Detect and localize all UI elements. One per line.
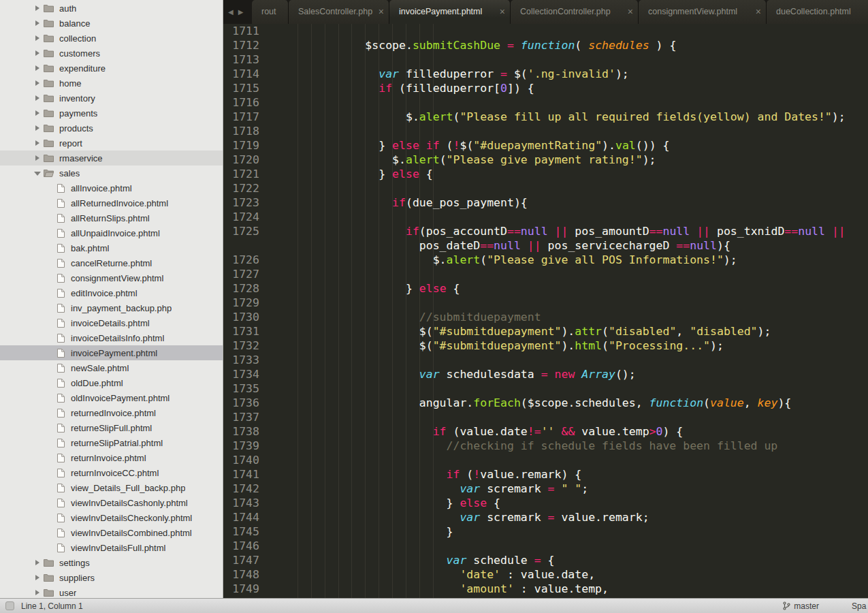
tree-folder-balance[interactable]: balance bbox=[0, 16, 223, 31]
chevron-right-icon[interactable] bbox=[33, 1, 44, 16]
code-editor[interactable]: 17111712 $scope.submitCashDue = function… bbox=[223, 24, 868, 598]
chevron-right-icon[interactable] bbox=[33, 31, 44, 46]
tree-file-newSale.phtml[interactable]: newSale.phtml bbox=[0, 360, 223, 375]
tab-dueCollection.phtml[interactable]: dueCollection.phtml× bbox=[767, 0, 868, 24]
item-label: allUnpaidInvoice.phtml bbox=[71, 228, 160, 238]
tree-file-viewInvDetailsCashonly.phtml[interactable]: viewInvDetailsCashonly.phtml bbox=[0, 495, 223, 510]
code-text: $scope.submitCashDue = function( schedul… bbox=[266, 38, 676, 52]
tree-file-allReturnedInvoice.phtml[interactable]: allReturnedInvoice.phtml bbox=[0, 195, 223, 210]
tree-folder-expenditure[interactable]: expenditure bbox=[0, 61, 223, 76]
tab-close-icon[interactable]: × bbox=[379, 0, 384, 24]
tree-file-viewInvDetailsCheckonly.phtml[interactable]: viewInvDetailsCheckonly.phtml bbox=[0, 510, 223, 525]
chevron-right-icon[interactable] bbox=[33, 555, 44, 570]
tree-file-returnInvoiceCC.phtml[interactable]: returnInvoiceCC.phtml bbox=[0, 465, 223, 480]
tree-file-invoiceDetailsInfo.phtml[interactable]: invoiceDetailsInfo.phtml bbox=[0, 330, 223, 345]
cursor-position[interactable]: Line 1, Column 1 bbox=[21, 601, 83, 611]
tree-file-allInvoice.phtml[interactable]: allInvoice.phtml bbox=[0, 180, 223, 195]
tab-CollectionController.php[interactable]: CollectionController.php× bbox=[511, 0, 639, 24]
tree-file-returnInvoice.phtml[interactable]: returnInvoice.phtml bbox=[0, 450, 223, 465]
chevron-right-icon[interactable] bbox=[33, 151, 44, 166]
tree-file-viewInvDetailsFull.phtml[interactable]: viewInvDetailsFull.phtml bbox=[0, 540, 223, 555]
tree-file-oldDue.phtml[interactable]: oldDue.phtml bbox=[0, 375, 223, 390]
chevron-right-icon[interactable] bbox=[33, 585, 44, 598]
tree-file-returnedInvoice.phtml[interactable]: returnedInvoice.phtml bbox=[0, 405, 223, 420]
tab-close-icon[interactable]: × bbox=[756, 0, 761, 24]
tree-folder-customers[interactable]: customers bbox=[0, 46, 223, 61]
tree-file-invoicePayment.phtml[interactable]: invoicePayment.phtml bbox=[0, 345, 223, 360]
tree-folder-suppliers[interactable]: suppliers bbox=[0, 570, 223, 585]
chevron-right-icon[interactable] bbox=[33, 16, 44, 31]
chevron-right-icon[interactable] bbox=[33, 136, 44, 151]
tree-folder-inventory[interactable]: inventory bbox=[0, 91, 223, 106]
code-text bbox=[266, 95, 298, 110]
line-number: 1716 bbox=[223, 95, 266, 110]
tab-close-icon[interactable]: × bbox=[628, 0, 633, 24]
tree-folder-settings[interactable]: settings bbox=[0, 555, 223, 570]
item-label: viewInvDetailsFull.phtml bbox=[71, 543, 165, 553]
tree-file-cancelReturne.phtml[interactable]: cancelReturne.phtml bbox=[0, 255, 223, 270]
tree-file-viewInvDetailsCombined.phtml[interactable]: viewInvDetailsCombined.phtml bbox=[0, 525, 223, 540]
tree-folder-auth[interactable]: auth bbox=[0, 1, 223, 16]
indentation-setting[interactable]: Spa bbox=[852, 601, 868, 611]
tab-SalesController.php[interactable]: SalesController.php× bbox=[289, 0, 389, 24]
tab-rout[interactable]: rout bbox=[252, 0, 289, 24]
folder-icon bbox=[44, 34, 54, 42]
chevron-right-icon[interactable] bbox=[33, 76, 44, 91]
chevron-right-icon[interactable] bbox=[33, 61, 44, 76]
tab-label: dueCollection.phtml bbox=[776, 7, 851, 16]
code-line: 1714 var filleduperror = $('.ng-invalid'… bbox=[223, 67, 868, 81]
file-icon bbox=[57, 244, 65, 253]
tree-file-returneSlipFull.phtml[interactable]: returneSlipFull.phtml bbox=[0, 420, 223, 435]
chevron-right-icon[interactable] bbox=[33, 570, 44, 585]
tree-file-invoiceDetails.phtml[interactable]: invoiceDetails.phtml bbox=[0, 315, 223, 330]
folder-icon bbox=[44, 573, 54, 582]
tab-consignmentView.phtml[interactable]: consignmentView.phtml× bbox=[639, 0, 767, 24]
tab-scroll-right-icon[interactable]: ▶ bbox=[238, 8, 244, 16]
tree-file-oldInvoicePayment.phtml[interactable]: oldInvoicePayment.phtml bbox=[0, 390, 223, 405]
tab-scroll-left-icon[interactable]: ◀ bbox=[228, 8, 234, 16]
item-label: oldInvoicePayment.phtml bbox=[71, 393, 170, 403]
tree-file-view_Details_Full_backp.php[interactable]: view_Details_Full_backp.php bbox=[0, 480, 223, 495]
git-branch[interactable]: master bbox=[783, 601, 819, 611]
code-line: 1723 if(due_pos_payment){ bbox=[223, 195, 868, 210]
line-number: 1729 bbox=[223, 296, 266, 310]
item-label: allReturnSlips.phtml bbox=[71, 213, 150, 223]
line-number: 1715 bbox=[223, 81, 266, 95]
chevron-right-icon[interactable] bbox=[33, 91, 44, 106]
chevron-right-icon[interactable] bbox=[33, 121, 44, 136]
code-line: 1715 if (filleduperror[0]) { bbox=[223, 81, 868, 95]
tree-folder-collection[interactable]: collection bbox=[0, 31, 223, 46]
item-label: view_Details_Full_backp.php bbox=[71, 483, 185, 493]
tree-folder-report[interactable]: report bbox=[0, 136, 223, 151]
code-text bbox=[266, 381, 298, 396]
item-label: suppliers bbox=[59, 573, 95, 583]
tab-close-icon[interactable]: × bbox=[500, 0, 505, 24]
chevron-right-icon[interactable] bbox=[33, 46, 44, 61]
file-icon bbox=[57, 544, 65, 552]
file-icon bbox=[57, 439, 65, 447]
code-line: 1748 'date' : value.date, bbox=[223, 567, 868, 582]
tab-invoicePayment.phtml[interactable]: invoicePayment.phtml× bbox=[389, 0, 511, 24]
item-label: allInvoice.phtml bbox=[71, 183, 132, 193]
chevron-right-icon[interactable] bbox=[33, 106, 44, 121]
line-number: 1740 bbox=[223, 453, 266, 467]
item-label: collection bbox=[59, 33, 96, 44]
tree-file-consignmentView.phtml[interactable]: consignmentView.phtml bbox=[0, 270, 223, 285]
tree-folder-payments[interactable]: payments bbox=[0, 106, 223, 121]
tree-file-returneSlipPatrial.phtml[interactable]: returneSlipPatrial.phtml bbox=[0, 435, 223, 450]
line-number: 1725 bbox=[223, 224, 266, 238]
tree-file-allUnpaidInvoice.phtml[interactable]: allUnpaidInvoice.phtml bbox=[0, 225, 223, 240]
code-line: 1739 //checking if schedule fields have … bbox=[223, 439, 868, 453]
tree-folder-sales[interactable]: sales bbox=[0, 166, 223, 180]
tree-folder-home[interactable]: home bbox=[0, 76, 223, 91]
tree-file-allReturnSlips.phtml[interactable]: allReturnSlips.phtml bbox=[0, 210, 223, 225]
chevron-down-icon[interactable] bbox=[33, 166, 44, 180]
tabs-container: routSalesController.php×invoicePayment.p… bbox=[252, 0, 868, 24]
file-icon bbox=[57, 199, 65, 208]
tree-folder-user[interactable]: user bbox=[0, 585, 223, 598]
tree-file-bak.phtml[interactable]: bak.phtml bbox=[0, 240, 223, 255]
tree-folder-rmaservice[interactable]: rmaservice bbox=[0, 151, 223, 166]
tree-folder-products[interactable]: products bbox=[0, 121, 223, 136]
tree-file-inv_payment_backup.php[interactable]: inv_payment_backup.php bbox=[0, 300, 223, 315]
tree-file-editInvoice.phtml[interactable]: editInvoice.phtml bbox=[0, 285, 223, 300]
